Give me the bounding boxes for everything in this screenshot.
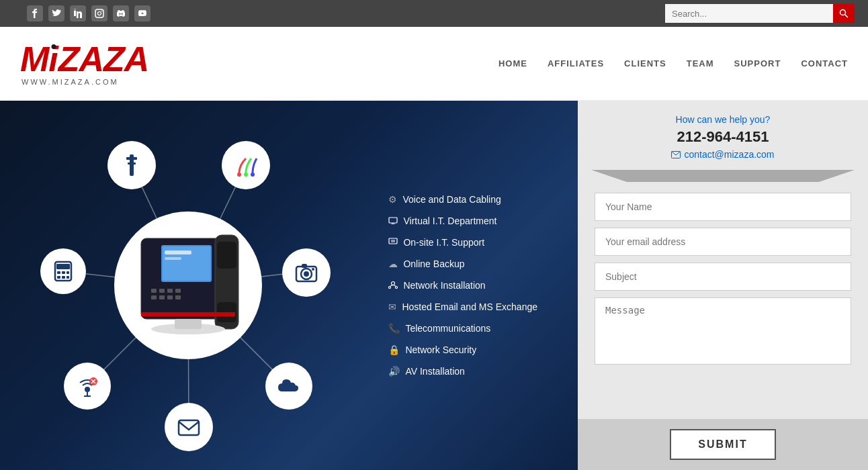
service-icon-8: 🔊 (388, 366, 400, 377)
message-input[interactable] (595, 297, 851, 365)
panel-divider (591, 170, 855, 185)
svg-rect-18 (159, 289, 165, 293)
contact-form (591, 193, 855, 412)
search-bar (665, 4, 855, 23)
svg-line-4 (845, 15, 849, 18)
service-icon-5: ✉ (388, 301, 396, 312)
svg-point-2 (101, 11, 103, 12)
svg-point-64 (396, 287, 398, 289)
svg-point-3 (840, 10, 846, 15)
service-icon-7: 🔒 (388, 344, 400, 355)
service-voice-data: ⚙ Voice and Data Cabling (388, 189, 537, 210)
help-text: How can we help you? (671, 114, 774, 125)
icon-circle-wireless (64, 363, 111, 410)
top-bar (0, 0, 868, 27)
svg-rect-24 (175, 295, 181, 299)
nav-affiliates[interactable]: AFFILIATES (548, 55, 604, 72)
svg-point-63 (389, 287, 391, 289)
logo: M i ZAZA WWW.MIZAZA.COM (20, 42, 148, 86)
svg-point-34 (237, 173, 241, 177)
svg-rect-48 (302, 264, 307, 268)
email-icon (671, 151, 681, 158)
linkedin-icon[interactable] (70, 5, 86, 21)
nav-contact[interactable]: CONTACT (801, 55, 848, 72)
svg-point-1 (98, 12, 101, 15)
svg-point-36 (251, 173, 255, 177)
phone-number: 212-964-4151 (671, 128, 774, 146)
logo-i: i (48, 42, 58, 77)
svg-rect-32 (126, 157, 137, 160)
svg-rect-30 (175, 319, 202, 329)
svg-point-47 (304, 271, 309, 277)
subject-input[interactable] (595, 263, 851, 291)
svg-point-49 (312, 268, 314, 271)
svg-rect-20 (175, 289, 181, 293)
nav-team[interactable]: TEAM (687, 55, 714, 72)
logo-rest: ZAZA (58, 42, 149, 77)
email-link[interactable]: contact@mizaza.com (671, 149, 774, 160)
service-onsite-it: On-site I.T. Support (388, 232, 537, 253)
facebook-icon[interactable] (27, 5, 43, 21)
svg-rect-57 (389, 218, 397, 223)
twitter-icon[interactable] (48, 5, 64, 21)
service-online-backup: ☁ Online Backup (388, 253, 537, 275)
service-icon-1 (388, 216, 398, 226)
nav-support[interactable]: SUPPORT (734, 55, 781, 72)
right-panel: How can we help you? 212-964-4151 contac… (578, 101, 868, 470)
service-network-install: Network Installation (388, 275, 537, 296)
logo-subtitle: WWW.MIZAZA.COM (21, 78, 148, 86)
center-phone-circle (114, 211, 262, 359)
service-hosted-email: ✉ Hosted Email and MS Exchange (388, 296, 537, 318)
service-av: 🔊 AV Installation (388, 361, 537, 382)
phone-illustration (121, 225, 255, 346)
icon-circle-calculator (40, 248, 86, 294)
svg-rect-19 (167, 289, 173, 293)
service-network-security: 🔒 Network Security (388, 339, 537, 361)
service-icon-6: 📞 (388, 323, 400, 334)
svg-rect-26 (217, 242, 236, 269)
svg-rect-28 (141, 312, 235, 316)
service-virtual-it: Virtual I.T. Department (388, 210, 537, 232)
svg-rect-44 (67, 276, 69, 279)
svg-rect-42 (57, 276, 60, 279)
youtube-icon[interactable] (134, 5, 150, 21)
main-nav: HOME AFFILIATES CLIENTS TEAM SUPPORT CON… (498, 55, 848, 72)
main-content: ⚙ Voice and Data Cabling Virtual I.T. De… (0, 101, 868, 470)
header: M i ZAZA WWW.MIZAZA.COM HOME AFFILIATES … (0, 27, 868, 101)
svg-rect-40 (62, 271, 65, 274)
service-icon-0: ⚙ (388, 194, 397, 205)
icon-circle-camera (282, 248, 331, 297)
svg-rect-0 (95, 9, 103, 17)
search-button[interactable] (833, 4, 855, 23)
svg-rect-38 (56, 264, 70, 269)
service-icon-3: ☁ (388, 258, 398, 269)
svg-rect-23 (167, 295, 173, 299)
svg-rect-56 (179, 420, 199, 435)
service-telecom: 📞 Telecommunications (388, 318, 537, 339)
icon-circle-cable (107, 141, 156, 189)
svg-line-66 (393, 285, 396, 287)
instagram-icon[interactable] (91, 5, 107, 21)
hero-section: ⚙ Voice and Data Cabling Virtual I.T. De… (0, 101, 578, 470)
nav-clients[interactable]: CLIENTS (624, 55, 666, 72)
search-input[interactable] (665, 4, 833, 23)
nav-home[interactable]: HOME (498, 55, 527, 72)
discord-icon[interactable] (113, 5, 129, 21)
contact-info: How can we help you? 212-964-4151 contac… (671, 114, 774, 160)
submit-button[interactable]: SUBMIT (670, 429, 775, 460)
svg-point-50 (85, 387, 90, 392)
email-input[interactable] (595, 228, 851, 256)
svg-rect-22 (159, 295, 165, 299)
service-icon-4 (388, 280, 398, 291)
icon-circle-cloud (265, 363, 312, 410)
svg-rect-16 (165, 257, 181, 260)
services-list: ⚙ Voice and Data Cabling Virtual I.T. De… (388, 189, 537, 382)
svg-rect-61 (391, 240, 395, 242)
icon-circle-mail (165, 403, 213, 451)
name-input[interactable] (595, 193, 851, 221)
svg-rect-15 (165, 250, 191, 254)
svg-marker-68 (591, 170, 855, 182)
submit-area: SUBMIT (578, 419, 868, 470)
svg-rect-33 (128, 162, 136, 164)
social-icons (27, 5, 150, 21)
